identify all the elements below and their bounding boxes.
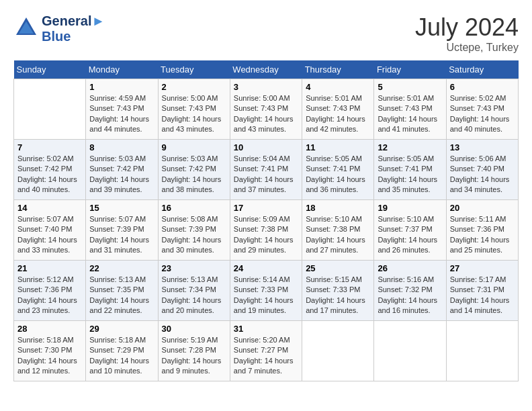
week-row-3: 14Sunrise: 5:07 AMSunset: 7:40 PMDayligh…	[14, 200, 519, 261]
cell-sun-info: Sunrise: 5:07 AMSunset: 7:39 PMDaylight:…	[89, 214, 154, 256]
weekday-header-sunday: Sunday	[14, 60, 86, 79]
calendar-cell: 4Sunrise: 5:01 AMSunset: 7:43 PMDaylight…	[302, 79, 374, 140]
logo-line1: General►	[42, 13, 105, 29]
weekday-header-saturday: Saturday	[446, 60, 518, 79]
day-number: 24	[234, 263, 298, 273]
day-number: 15	[89, 203, 154, 213]
calendar-cell: 16Sunrise: 5:08 AMSunset: 7:39 PMDayligh…	[158, 200, 230, 261]
day-number: 3	[234, 82, 298, 92]
cell-sun-info: Sunrise: 5:07 AMSunset: 7:40 PMDaylight:…	[17, 214, 82, 256]
day-number: 7	[17, 142, 82, 152]
calendar-cell: 22Sunrise: 5:13 AMSunset: 7:35 PMDayligh…	[86, 261, 158, 321]
calendar-cell: 19Sunrise: 5:10 AMSunset: 7:37 PMDayligh…	[374, 200, 446, 261]
cell-sun-info: Sunrise: 5:03 AMSunset: 7:42 PMDaylight:…	[162, 154, 226, 195]
calendar-cell: 21Sunrise: 5:12 AMSunset: 7:36 PMDayligh…	[14, 261, 86, 321]
cell-sun-info: Sunrise: 5:02 AMSunset: 7:42 PMDaylight:…	[17, 154, 82, 195]
calendar-cell: 7Sunrise: 5:02 AMSunset: 7:42 PMDaylight…	[14, 140, 86, 200]
day-number: 22	[89, 263, 154, 273]
day-number: 30	[162, 324, 226, 334]
day-number: 11	[306, 142, 370, 152]
week-row-4: 21Sunrise: 5:12 AMSunset: 7:36 PMDayligh…	[14, 261, 519, 321]
day-number: 4	[306, 82, 370, 92]
cell-sun-info: Sunrise: 5:13 AMSunset: 7:34 PMDaylight:…	[162, 275, 226, 316]
weekday-header-row: SundayMondayTuesdayWednesdayThursdayFrid…	[14, 60, 519, 79]
week-row-1: 1Sunrise: 4:59 AMSunset: 7:43 PMDaylight…	[14, 79, 519, 140]
cell-sun-info: Sunrise: 5:08 AMSunset: 7:39 PMDaylight:…	[162, 214, 226, 256]
day-number: 20	[450, 203, 515, 213]
calendar-cell: 3Sunrise: 5:00 AMSunset: 7:43 PMDaylight…	[230, 79, 302, 140]
page-header: General► Blue July 2024 Uctepe, Turkey	[13, 13, 519, 54]
day-number: 27	[450, 263, 515, 273]
cell-sun-info: Sunrise: 5:14 AMSunset: 7:33 PMDaylight:…	[234, 275, 298, 316]
location: Uctepe, Turkey	[415, 42, 519, 54]
day-number: 12	[378, 142, 442, 152]
calendar-cell: 6Sunrise: 5:02 AMSunset: 7:43 PMDaylight…	[446, 79, 518, 140]
cell-sun-info: Sunrise: 5:11 AMSunset: 7:36 PMDaylight:…	[450, 214, 515, 256]
day-number: 19	[378, 203, 442, 213]
calendar-cell: 29Sunrise: 5:18 AMSunset: 7:29 PMDayligh…	[86, 321, 158, 381]
weekday-header-tuesday: Tuesday	[158, 60, 230, 79]
month-year: July 2024	[415, 13, 519, 42]
cell-sun-info: Sunrise: 5:09 AMSunset: 7:38 PMDaylight:…	[234, 214, 298, 256]
calendar-cell: 8Sunrise: 5:03 AMSunset: 7:42 PMDaylight…	[86, 140, 158, 200]
day-number: 8	[89, 142, 154, 152]
title-block: July 2024 Uctepe, Turkey	[415, 13, 519, 54]
day-number: 1	[89, 82, 154, 92]
cell-sun-info: Sunrise: 5:04 AMSunset: 7:41 PMDaylight:…	[234, 154, 298, 195]
day-number: 23	[162, 263, 226, 273]
week-row-5: 28Sunrise: 5:18 AMSunset: 7:30 PMDayligh…	[14, 321, 519, 381]
cell-sun-info: Sunrise: 5:17 AMSunset: 7:31 PMDaylight:…	[450, 275, 515, 316]
calendar-cell	[446, 321, 518, 381]
cell-sun-info: Sunrise: 4:59 AMSunset: 7:43 PMDaylight:…	[89, 93, 154, 135]
day-number: 13	[450, 142, 515, 152]
calendar-cell: 9Sunrise: 5:03 AMSunset: 7:42 PMDaylight…	[158, 140, 230, 200]
calendar-cell: 12Sunrise: 5:05 AMSunset: 7:41 PMDayligh…	[374, 140, 446, 200]
logo-line2: Blue	[42, 29, 105, 44]
day-number: 28	[17, 324, 82, 334]
calendar-cell	[14, 79, 86, 140]
calendar-cell: 24Sunrise: 5:14 AMSunset: 7:33 PMDayligh…	[230, 261, 302, 321]
calendar-cell: 31Sunrise: 5:20 AMSunset: 7:27 PMDayligh…	[230, 321, 302, 381]
cell-sun-info: Sunrise: 5:19 AMSunset: 7:28 PMDaylight:…	[162, 335, 226, 377]
calendar-cell: 10Sunrise: 5:04 AMSunset: 7:41 PMDayligh…	[230, 140, 302, 200]
calendar-cell: 25Sunrise: 5:15 AMSunset: 7:33 PMDayligh…	[302, 261, 374, 321]
calendar-cell: 5Sunrise: 5:01 AMSunset: 7:43 PMDaylight…	[374, 79, 446, 140]
calendar-cell: 26Sunrise: 5:16 AMSunset: 7:32 PMDayligh…	[374, 261, 446, 321]
cell-sun-info: Sunrise: 5:13 AMSunset: 7:35 PMDaylight:…	[89, 275, 154, 316]
calendar-table: SundayMondayTuesdayWednesdayThursdayFrid…	[13, 60, 519, 381]
cell-sun-info: Sunrise: 5:05 AMSunset: 7:41 PMDaylight:…	[306, 154, 370, 195]
cell-sun-info: Sunrise: 5:16 AMSunset: 7:32 PMDaylight:…	[378, 275, 442, 316]
cell-sun-info: Sunrise: 5:18 AMSunset: 7:29 PMDaylight:…	[89, 335, 154, 377]
day-number: 26	[378, 263, 442, 273]
day-number: 29	[89, 324, 154, 334]
day-number: 17	[234, 203, 298, 213]
day-number: 21	[17, 263, 82, 273]
cell-sun-info: Sunrise: 5:05 AMSunset: 7:41 PMDaylight:…	[378, 154, 442, 195]
day-number: 6	[450, 82, 515, 92]
day-number: 14	[17, 203, 82, 213]
calendar-cell: 18Sunrise: 5:10 AMSunset: 7:38 PMDayligh…	[302, 200, 374, 261]
calendar-cell: 23Sunrise: 5:13 AMSunset: 7:34 PMDayligh…	[158, 261, 230, 321]
weekday-header-friday: Friday	[374, 60, 446, 79]
calendar-cell: 13Sunrise: 5:06 AMSunset: 7:40 PMDayligh…	[446, 140, 518, 200]
calendar-cell: 30Sunrise: 5:19 AMSunset: 7:28 PMDayligh…	[158, 321, 230, 381]
day-number: 5	[378, 82, 442, 92]
cell-sun-info: Sunrise: 5:12 AMSunset: 7:36 PMDaylight:…	[17, 275, 82, 316]
calendar-cell: 17Sunrise: 5:09 AMSunset: 7:38 PMDayligh…	[230, 200, 302, 261]
calendar-cell: 27Sunrise: 5:17 AMSunset: 7:31 PMDayligh…	[446, 261, 518, 321]
day-number: 9	[162, 142, 226, 152]
calendar-cell	[374, 321, 446, 381]
calendar-cell: 2Sunrise: 5:00 AMSunset: 7:43 PMDaylight…	[158, 79, 230, 140]
day-number: 31	[234, 324, 298, 334]
cell-sun-info: Sunrise: 5:18 AMSunset: 7:30 PMDaylight:…	[17, 335, 82, 377]
day-number: 18	[306, 203, 370, 213]
cell-sun-info: Sunrise: 5:10 AMSunset: 7:38 PMDaylight:…	[306, 214, 370, 256]
cell-sun-info: Sunrise: 5:15 AMSunset: 7:33 PMDaylight:…	[306, 275, 370, 316]
calendar-cell: 11Sunrise: 5:05 AMSunset: 7:41 PMDayligh…	[302, 140, 374, 200]
calendar-cell: 15Sunrise: 5:07 AMSunset: 7:39 PMDayligh…	[86, 200, 158, 261]
cell-sun-info: Sunrise: 5:00 AMSunset: 7:43 PMDaylight:…	[234, 93, 298, 135]
cell-sun-info: Sunrise: 5:10 AMSunset: 7:37 PMDaylight:…	[378, 214, 442, 256]
day-number: 2	[162, 82, 226, 92]
calendar-cell: 20Sunrise: 5:11 AMSunset: 7:36 PMDayligh…	[446, 200, 518, 261]
logo-icon	[13, 15, 39, 40]
